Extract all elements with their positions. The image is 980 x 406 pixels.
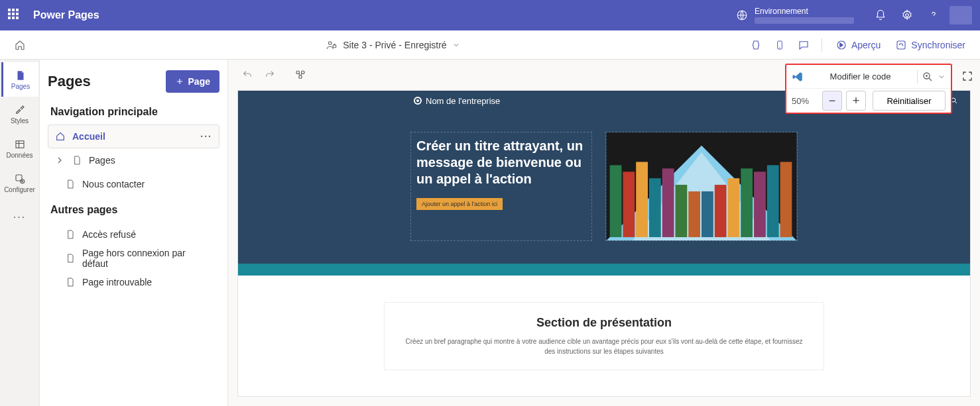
command-bar: Site 3 - Privé - Enregistré Aperçu Synch…	[0, 30, 980, 60]
undo-icon	[242, 70, 253, 80]
nav-label: Page hors connexion par défaut	[82, 248, 213, 269]
home-icon	[14, 39, 26, 51]
chevron-right-icon	[54, 155, 65, 166]
chat-icon	[798, 39, 810, 51]
svg-rect-3	[334, 45, 337, 48]
sync-button[interactable]: Synchroniser	[890, 36, 971, 54]
nav-item-accueil[interactable]: Accueil ···	[48, 125, 219, 148]
svg-rect-30	[767, 165, 779, 237]
edit-code-button[interactable]: Modifier le code	[808, 72, 913, 81]
svg-rect-21	[649, 178, 661, 237]
add-page-label: Page	[188, 76, 210, 87]
nav-item-notfound[interactable]: Page introuvable	[48, 270, 219, 294]
brand-title: Power Pages	[33, 9, 99, 21]
preview-company: Nom de l'entreprise	[414, 96, 500, 106]
nav-item-offline[interactable]: Page hors connexion par défaut	[48, 246, 219, 270]
settings-button[interactable]	[894, 0, 920, 30]
svg-rect-25	[702, 191, 713, 237]
code-zoom-panel: Modifier le code 50% − + Réinitialiser	[785, 64, 952, 114]
notifications-button[interactable]	[867, 0, 894, 30]
comments-button[interactable]	[794, 35, 814, 55]
nav-label: Pages	[89, 155, 115, 166]
fullscreen-button[interactable]	[961, 70, 973, 82]
rail-styles-label: Styles	[11, 117, 29, 125]
components-button[interactable]	[290, 65, 310, 85]
svg-point-12	[299, 76, 302, 79]
site-title: Site 3 - Privé - Enregistré	[343, 40, 446, 50]
user-avatar[interactable]	[949, 6, 972, 25]
svg-point-2	[329, 41, 332, 44]
environment-name-placeholder	[755, 17, 854, 24]
svg-rect-26	[715, 185, 727, 237]
environment-label: Environnement	[755, 7, 854, 16]
svg-rect-23	[675, 185, 687, 237]
hero-title: Créer un titre attrayant, un message de …	[416, 138, 586, 187]
zoom-reset-button[interactable]: Réinitialiser	[873, 91, 946, 111]
help-button[interactable]	[920, 0, 947, 30]
globe-icon	[736, 9, 748, 21]
app-header: Power Pages Environnement	[0, 0, 980, 30]
svg-rect-29	[754, 172, 766, 237]
question-icon	[928, 9, 940, 21]
environment-picker[interactable]: Environnement	[736, 7, 854, 24]
nav-item-contact[interactable]: Nous contacter	[48, 172, 219, 196]
table-icon	[14, 138, 26, 150]
intro-section[interactable]: Section de présentation Créez un bref pa…	[238, 276, 970, 390]
svg-rect-20	[636, 162, 648, 237]
section-main-nav: Navigation principale	[50, 106, 219, 118]
hero-text-block[interactable]: Créer un titre attrayant, un message de …	[410, 132, 592, 241]
svg-rect-22	[662, 168, 674, 237]
section-other-pages: Autres pages	[50, 204, 219, 216]
mobile-preview-button[interactable]	[770, 35, 790, 55]
rail-more[interactable]: ···	[1, 200, 38, 234]
rail-pages[interactable]: Pages	[1, 62, 38, 97]
bell-icon	[875, 9, 887, 21]
site-picker[interactable]: Site 3 - Privé - Enregistré	[40, 39, 746, 51]
zoom-out-button[interactable]: −	[822, 91, 842, 111]
redo-icon	[265, 70, 275, 80]
canvas-area: Modifier le code 50% − + Réinitialiser	[228, 60, 980, 406]
preview-button[interactable]: Aperçu	[830, 36, 886, 54]
copilot-icon	[750, 39, 762, 51]
preview-icon	[835, 39, 847, 51]
phone-icon	[774, 39, 785, 51]
chevron-down-icon[interactable]	[938, 73, 946, 81]
company-name: Nom de l'entreprise	[426, 96, 500, 106]
hero-cta-button[interactable]: Ajouter un appel à l'action ici	[416, 198, 503, 210]
preview-label: Aperçu	[851, 40, 881, 50]
rail-styles[interactable]: Styles	[1, 97, 38, 131]
sync-icon	[895, 39, 907, 51]
copilot-button[interactable]	[746, 35, 766, 55]
logo-icon	[414, 97, 422, 105]
rail-data[interactable]: Données	[1, 131, 38, 166]
rail-pages-label: Pages	[11, 83, 30, 90]
home-icon	[55, 131, 66, 142]
rail-config[interactable]: Configurer	[1, 166, 38, 200]
home-button[interactable]	[10, 35, 30, 55]
plus-icon	[175, 77, 184, 86]
sync-label: Synchroniser	[911, 40, 965, 50]
more-icon[interactable]: ···	[200, 131, 212, 142]
containers-image	[606, 132, 797, 240]
add-page-button[interactable]: Page	[166, 70, 219, 93]
gear-icon	[901, 9, 913, 21]
app-launcher-icon[interactable]	[8, 9, 21, 22]
zoom-in-icon[interactable]	[922, 71, 934, 83]
svg-rect-24	[688, 191, 700, 237]
rail-config-label: Configurer	[4, 186, 35, 193]
nav-item-access-denied[interactable]: Accès refusé	[48, 223, 219, 246]
redo-button[interactable]	[260, 65, 280, 85]
hero-image[interactable]	[605, 132, 798, 241]
nav-label: Page introuvable	[82, 277, 152, 287]
svg-rect-31	[780, 162, 792, 237]
brush-icon	[14, 104, 26, 116]
nav-label: Nous contacter	[82, 179, 145, 189]
divider-bar	[238, 264, 970, 276]
zoom-in-button[interactable]: +	[846, 91, 866, 111]
svg-rect-19	[623, 172, 635, 237]
nav-item-pages[interactable]: Pages	[48, 148, 219, 172]
svg-rect-28	[741, 168, 753, 237]
expand-icon	[961, 70, 973, 82]
undo-button[interactable]	[237, 65, 257, 85]
site-preview[interactable]: Nom de l'entreprise Accueil Pages▾ Nous …	[237, 90, 971, 397]
